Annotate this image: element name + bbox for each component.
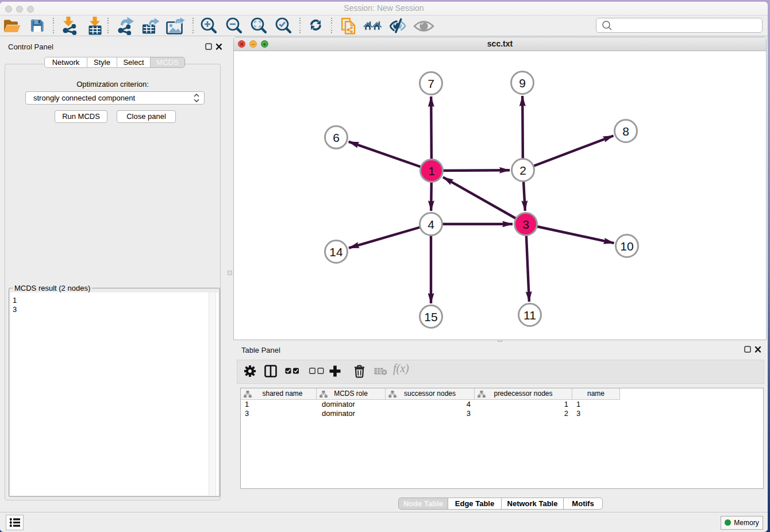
svg-text:4: 4 xyxy=(428,218,434,231)
svg-text:14: 14 xyxy=(329,245,343,259)
svg-text:6: 6 xyxy=(333,131,340,144)
svg-text:3: 3 xyxy=(522,218,529,231)
svg-text:7: 7 xyxy=(428,77,434,90)
svg-text:2: 2 xyxy=(519,164,526,177)
svg-text:9: 9 xyxy=(519,76,526,90)
svg-text:11: 11 xyxy=(523,309,536,322)
svg-text:15: 15 xyxy=(424,310,437,323)
svg-text:10: 10 xyxy=(620,240,633,253)
svg-text:8: 8 xyxy=(622,125,629,138)
svg-text:1: 1 xyxy=(428,164,435,178)
